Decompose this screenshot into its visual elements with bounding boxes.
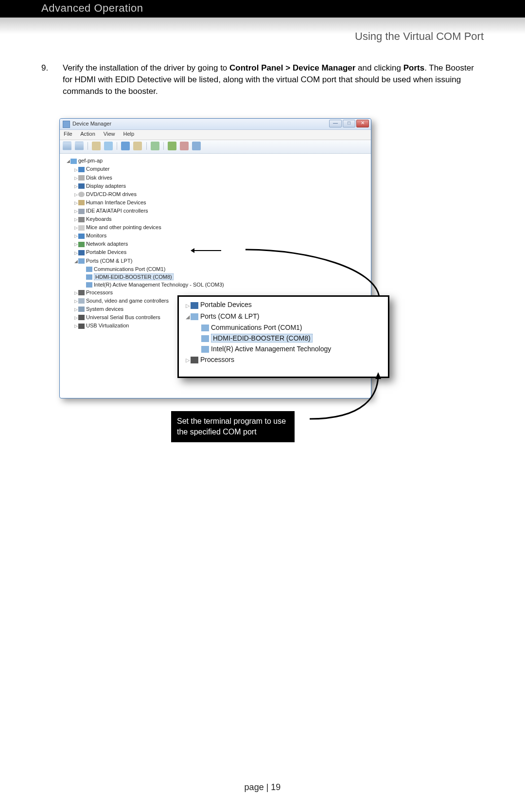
zproc-icon bbox=[191, 357, 198, 363]
close-button[interactable]: ✕ bbox=[356, 120, 369, 127]
update-driver-icon[interactable] bbox=[168, 142, 176, 150]
usb-icon bbox=[78, 315, 85, 320]
window-titlebar: Device Manager — □ ✕ bbox=[60, 119, 371, 130]
back-icon[interactable] bbox=[63, 142, 71, 150]
help-icon[interactable] bbox=[121, 142, 130, 150]
console-tree-icon[interactable] bbox=[92, 142, 101, 150]
scan-hardware-icon[interactable] bbox=[151, 142, 159, 150]
screenshot-figure: Device Manager — □ ✕ File Action View He… bbox=[41, 118, 484, 488]
tree-item[interactable]: ▷Monitors bbox=[67, 232, 371, 240]
menu-file[interactable]: File bbox=[64, 131, 72, 137]
zport-icon bbox=[201, 346, 209, 353]
tree-item[interactable]: ◢gef-pm-ap bbox=[67, 157, 371, 165]
page-footer: page | 19 bbox=[0, 782, 525, 793]
tree-item[interactable]: ▷Mice and other pointing devices bbox=[67, 223, 371, 232]
pd-icon bbox=[78, 250, 85, 255]
sys-icon bbox=[78, 307, 85, 312]
ide-icon bbox=[78, 209, 85, 214]
toolbar bbox=[60, 140, 371, 154]
zpd-icon bbox=[191, 302, 198, 309]
tree-item[interactable]: ◢Ports (COM & LPT) bbox=[67, 257, 371, 265]
menu-bar: File Action View Help bbox=[60, 130, 371, 140]
port-icon bbox=[86, 267, 92, 272]
tree-item[interactable]: ▷Network adapters bbox=[67, 240, 371, 248]
device-manager-icon bbox=[63, 121, 70, 128]
net-icon bbox=[78, 242, 85, 247]
zoom-detail-box: ▷Portable Devices◢Ports (COM & LPT)Commu… bbox=[177, 295, 389, 378]
disk-icon bbox=[78, 175, 85, 180]
zoom-tree-item[interactable]: ◢Ports (COM & LPT) bbox=[184, 311, 388, 322]
tree-item[interactable]: ▷Keyboards bbox=[67, 215, 371, 223]
menu-action[interactable]: Action bbox=[80, 131, 95, 137]
menu-view[interactable]: View bbox=[104, 131, 115, 137]
forward-icon[interactable] bbox=[75, 142, 84, 150]
window-title: Device Manager bbox=[72, 121, 111, 126]
tree-item[interactable]: ▷DVD/CD-ROM drives bbox=[67, 190, 371, 198]
pc-icon bbox=[70, 159, 77, 164]
properties-icon[interactable] bbox=[104, 142, 113, 150]
tree-item[interactable]: Communications Port (COM1) bbox=[67, 265, 371, 273]
tree-item[interactable]: ▷IDE ATA/ATAPI controllers bbox=[67, 207, 371, 215]
port-icon bbox=[78, 258, 85, 264]
dvd-icon bbox=[78, 192, 85, 197]
comp-icon bbox=[78, 167, 85, 172]
zport-icon bbox=[191, 313, 198, 320]
mouse-icon bbox=[78, 225, 85, 231]
instruction-step: 9. Verify the installation of the driver… bbox=[41, 62, 484, 97]
proc-icon bbox=[78, 290, 85, 295]
devices-by-type-icon[interactable] bbox=[133, 142, 142, 150]
kbd-icon bbox=[78, 217, 85, 222]
disp-icon bbox=[78, 183, 85, 189]
tree-item[interactable]: ▷Display adapters bbox=[67, 182, 371, 190]
section-header: Advanced Operation bbox=[0, 0, 525, 18]
zoom-tree-item[interactable]: HDMI-EDID-BOOSTER (COM8) bbox=[184, 333, 388, 343]
tree-item[interactable]: Intel(R) Active Management Technology - … bbox=[67, 281, 371, 289]
zoom-tree-item[interactable]: ▷Portable Devices bbox=[184, 299, 388, 310]
tree-item[interactable]: ▷Computer bbox=[67, 165, 371, 173]
port-icon bbox=[86, 274, 92, 280]
disable-icon[interactable] bbox=[192, 142, 201, 150]
page-subtitle: Using the Virtual COM Port bbox=[0, 30, 525, 43]
tree-item[interactable]: HDMI-EDID-BOOSTER (COM8) bbox=[67, 273, 371, 281]
pointer-arrow bbox=[192, 250, 221, 251]
tree-item[interactable]: ▷Portable Devices bbox=[67, 248, 371, 256]
callout-box: Set the terminal program to use the spec… bbox=[171, 411, 295, 442]
step-text: Verify the installation of the driver by… bbox=[63, 62, 484, 97]
step-number: 9. bbox=[41, 62, 63, 97]
usb-icon bbox=[78, 324, 85, 329]
zoom-tree-item[interactable]: Intel(R) Active Management Technology bbox=[184, 343, 388, 354]
zport-icon bbox=[201, 325, 209, 331]
minimize-button[interactable]: — bbox=[329, 120, 342, 127]
zoom-tree-item[interactable]: ▷Processors bbox=[184, 354, 388, 365]
menu-help[interactable]: Help bbox=[123, 131, 135, 137]
port-icon bbox=[86, 282, 92, 288]
maximize-button[interactable]: □ bbox=[343, 120, 355, 127]
zoom-tree-item[interactable]: Communications Port (COM1) bbox=[184, 322, 388, 333]
tree-item[interactable]: ▷Human Interface Devices bbox=[67, 198, 371, 207]
zport-icon bbox=[201, 335, 209, 342]
snd-icon bbox=[78, 298, 85, 304]
mon-icon bbox=[78, 234, 85, 239]
tree-item[interactable]: ▷Disk drives bbox=[67, 174, 371, 182]
uninstall-icon[interactable] bbox=[180, 142, 189, 150]
hid-icon bbox=[78, 200, 85, 205]
